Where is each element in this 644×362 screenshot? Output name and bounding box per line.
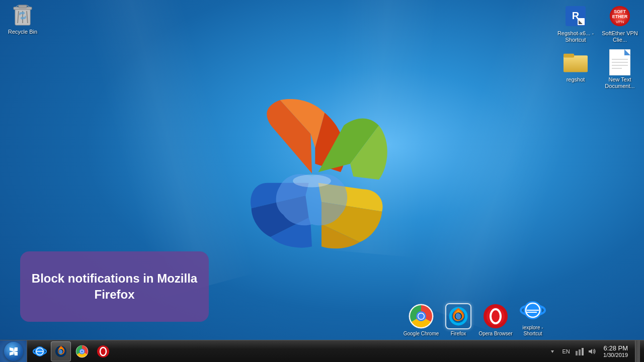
regshot-folder-label: regshot (567, 76, 585, 83)
svg-point-31 (419, 314, 424, 319)
svg-rect-56 (576, 351, 578, 355)
start-button[interactable] (0, 340, 27, 363)
google-chrome-image (408, 303, 434, 329)
tray-language[interactable]: EN (560, 347, 572, 356)
ie-label: iexplore - Shortcut (515, 325, 551, 337)
svg-text:SOFT: SOFT (614, 9, 626, 14)
new-text-doc-label: New Text Document... (600, 76, 640, 89)
regshot-folder-icon[interactable]: regshot (555, 50, 596, 89)
clock-time: 6:28 PM (604, 344, 628, 352)
opera-label: Opera Browser (478, 331, 512, 337)
regshot-folder-image (564, 50, 588, 74)
taskbar-opera-icon[interactable] (93, 341, 113, 361)
new-text-doc-image (608, 50, 632, 74)
taskbar-chrome-icon[interactable] (72, 341, 92, 361)
svg-rect-58 (582, 348, 584, 355)
regshot-shortcut-image: R (564, 4, 588, 28)
recycle-bin-icon[interactable]: Recycle Bin (3, 3, 43, 35)
notification-box: Block notifications in Mozilla Firefox (20, 251, 209, 322)
regshot-shortcut-icon[interactable]: R Regshot-x6... - Shortcut (555, 4, 596, 43)
svg-rect-18 (564, 56, 588, 72)
windows-logo (216, 90, 408, 272)
taskbar-quick-launch (27, 340, 116, 362)
ie-image (520, 297, 546, 323)
notification-text: Block notifications in Mozilla Firefox (30, 270, 199, 303)
firefox-image (445, 303, 471, 329)
recycle-bin-image (11, 3, 35, 27)
taskbar: EN 6:28 PM 1/30/201 (0, 340, 644, 362)
svg-text:ETHER: ETHER (612, 14, 628, 19)
svg-rect-41 (527, 310, 539, 311)
opera-image (482, 303, 509, 329)
system-tray: EN 6:28 PM 1/30/201 (544, 340, 644, 362)
svg-rect-19 (564, 54, 574, 58)
start-orb (4, 342, 23, 361)
tray-network-icon[interactable] (575, 347, 584, 356)
google-chrome-label: Google Chrome (404, 331, 439, 337)
google-chrome-desktop-icon[interactable]: Google Chrome (403, 303, 439, 337)
tray-expand-button[interactable] (548, 347, 557, 356)
svg-point-52 (81, 350, 84, 352)
taskbar-firefox-icon[interactable] (51, 341, 71, 361)
softether-vpn-icon[interactable]: SOFT ETHER VPN SoftEther VPN Clie... (600, 4, 640, 43)
browser-icons-area: Google Chrome Firefox (403, 297, 551, 337)
regshot-shortcut-label: Regshot-x6... - Shortcut (555, 30, 596, 43)
svg-rect-42 (527, 312, 537, 313)
svg-marker-55 (551, 350, 554, 353)
softether-vpn-image: SOFT ETHER VPN (608, 4, 632, 28)
softether-vpn-label: SoftEther VPN Clie... (600, 30, 640, 43)
svg-point-0 (293, 174, 331, 187)
ie-desktop-icon[interactable]: iexplore - Shortcut (515, 297, 551, 337)
show-desktop-button[interactable] (635, 340, 640, 363)
desktop: Recycle Bin R (0, 0, 644, 362)
system-clock[interactable]: 6:28 PM 1/30/2019 (599, 343, 632, 359)
desktop-icons-topright-row2: regshot New Text Document... (555, 50, 640, 89)
clock-date: 1/30/2019 (603, 352, 628, 358)
recycle-bin-label: Recycle Bin (8, 29, 37, 35)
svg-text:VPN: VPN (616, 20, 624, 24)
svg-rect-57 (579, 349, 581, 355)
svg-rect-46 (36, 351, 43, 352)
tray-volume-icon[interactable] (587, 347, 596, 356)
desktop-icons-topright-row1: R Regshot-x6... - Shortcut (555, 4, 640, 43)
firefox-label: Firefox (451, 331, 466, 337)
svg-rect-3 (19, 5, 27, 8)
taskbar-ie-icon[interactable] (30, 341, 50, 361)
opera-desktop-icon[interactable]: Opera Browser (477, 303, 514, 337)
new-text-doc-icon[interactable]: New Text Document... (600, 50, 640, 89)
firefox-desktop-icon[interactable]: Firefox (440, 303, 476, 337)
